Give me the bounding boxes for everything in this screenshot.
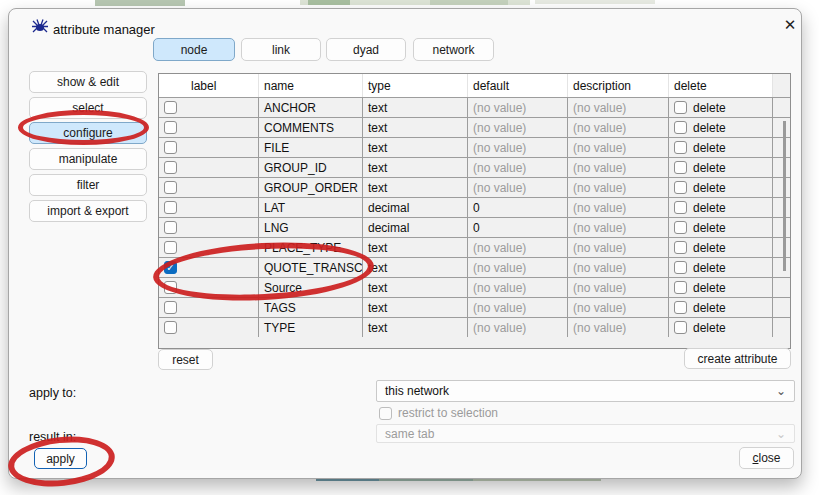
row-delete-checkbox[interactable] xyxy=(674,101,687,114)
name-cell[interactable]: COMMENTS xyxy=(259,118,363,137)
type-cell[interactable]: text xyxy=(363,98,468,117)
row-gutter xyxy=(773,218,790,237)
sidebar-item-configure[interactable]: configure xyxy=(29,122,147,144)
table-row: LAT decimal 0 (no value) delete xyxy=(159,197,790,217)
row-delete-checkbox[interactable] xyxy=(674,241,687,254)
label-cell xyxy=(159,218,259,237)
sidebar-item-show-edit[interactable]: show & edit xyxy=(29,71,147,93)
background-map-fragment xyxy=(535,0,655,4)
default-cell[interactable]: (no value) xyxy=(468,118,568,137)
apply-to-dropdown[interactable]: this network ⌄ xyxy=(376,380,795,402)
sidebar-item-import-export[interactable]: import & export xyxy=(29,200,147,222)
description-cell[interactable]: (no value) xyxy=(568,178,669,197)
row-delete-checkbox[interactable] xyxy=(674,321,687,334)
tab-network[interactable]: network xyxy=(413,38,494,61)
row-delete-checkbox[interactable] xyxy=(674,161,687,174)
name-cell[interactable]: LAT xyxy=(259,198,363,217)
apply-button[interactable]: apply xyxy=(34,448,87,469)
type-cell[interactable]: text xyxy=(363,278,468,297)
row-delete-checkbox[interactable] xyxy=(674,261,687,274)
name-cell[interactable]: PLACE_TYPE xyxy=(259,238,363,257)
description-cell[interactable]: (no value) xyxy=(568,258,669,277)
delete-cell: delete xyxy=(669,98,773,117)
row-label-checkbox[interactable] xyxy=(164,321,177,334)
default-cell[interactable]: 0 xyxy=(468,198,568,217)
row-gutter xyxy=(773,198,790,217)
row-delete-checkbox[interactable] xyxy=(674,141,687,154)
name-cell[interactable]: FILE xyxy=(259,138,363,157)
reset-button[interactable]: reset xyxy=(158,349,213,370)
type-cell[interactable]: decimal xyxy=(363,218,468,237)
row-label-checkbox[interactable]: ✓ xyxy=(164,261,177,274)
default-cell[interactable]: (no value) xyxy=(468,158,568,177)
row-delete-checkbox[interactable] xyxy=(674,181,687,194)
row-label-checkbox[interactable] xyxy=(164,301,177,314)
close-icon[interactable]: ✕ xyxy=(777,12,803,38)
name-cell[interactable]: GROUP_ORDER xyxy=(259,178,363,197)
row-label-checkbox[interactable] xyxy=(164,181,177,194)
type-cell[interactable]: text xyxy=(363,158,468,177)
row-label-checkbox[interactable] xyxy=(164,161,177,174)
description-cell[interactable]: (no value) xyxy=(568,218,669,237)
delete-label: delete xyxy=(693,201,726,215)
type-cell[interactable]: text xyxy=(363,258,468,277)
description-cell[interactable]: (no value) xyxy=(568,318,669,337)
row-label-checkbox[interactable] xyxy=(164,141,177,154)
name-cell[interactable]: ANCHOR xyxy=(259,98,363,117)
row-label-checkbox[interactable] xyxy=(164,241,177,254)
description-cell[interactable]: (no value) xyxy=(568,158,669,177)
name-cell[interactable]: QUOTE_TRANSCR... xyxy=(259,258,363,277)
default-cell[interactable]: (no value) xyxy=(468,138,568,157)
default-cell[interactable]: (no value) xyxy=(468,178,568,197)
description-cell[interactable]: (no value) xyxy=(568,238,669,257)
name-cell[interactable]: TAGS xyxy=(259,298,363,317)
table-header-row: label name type default description dele… xyxy=(159,74,790,97)
description-cell[interactable]: (no value) xyxy=(568,98,669,117)
tab-dyad[interactable]: dyad xyxy=(326,38,406,61)
description-cell[interactable]: (no value) xyxy=(568,138,669,157)
default-cell[interactable]: (no value) xyxy=(468,298,568,317)
name-cell[interactable]: GROUP_ID xyxy=(259,158,363,177)
type-cell[interactable]: text xyxy=(363,238,468,257)
description-cell[interactable]: (no value) xyxy=(568,198,669,217)
default-cell[interactable]: (no value) xyxy=(468,238,568,257)
row-delete-checkbox[interactable] xyxy=(674,201,687,214)
type-cell[interactable]: text xyxy=(363,298,468,317)
row-label-checkbox[interactable] xyxy=(164,201,177,214)
row-delete-checkbox[interactable] xyxy=(674,281,687,294)
row-delete-checkbox[interactable] xyxy=(674,301,687,314)
row-label-checkbox[interactable] xyxy=(164,281,177,294)
type-cell[interactable]: text xyxy=(363,138,468,157)
row-gutter xyxy=(773,298,790,317)
type-cell[interactable]: text xyxy=(363,178,468,197)
sidebar-item-filter[interactable]: filter xyxy=(29,174,147,196)
default-cell[interactable]: (no value) xyxy=(468,258,568,277)
result-in-dropdown[interactable]: same tab ⌄ xyxy=(376,424,795,443)
close-button[interactable]: close xyxy=(739,447,794,469)
vertical-scrollbar[interactable] xyxy=(783,121,786,271)
description-cell[interactable]: (no value) xyxy=(568,298,669,317)
description-cell[interactable]: (no value) xyxy=(568,118,669,137)
row-delete-checkbox[interactable] xyxy=(674,121,687,134)
default-cell[interactable]: (no value) xyxy=(468,98,568,117)
name-cell[interactable]: LNG xyxy=(259,218,363,237)
name-cell[interactable]: TYPE xyxy=(259,318,363,337)
restrict-to-selection-checkbox[interactable] xyxy=(379,407,392,420)
default-cell[interactable]: (no value) xyxy=(468,278,568,297)
type-cell[interactable]: text xyxy=(363,118,468,137)
default-cell[interactable]: 0 xyxy=(468,218,568,237)
tab-link[interactable]: link xyxy=(241,38,321,61)
type-cell[interactable]: decimal xyxy=(363,198,468,217)
default-cell[interactable]: (no value) xyxy=(468,318,568,337)
tab-node[interactable]: node xyxy=(153,38,235,61)
sidebar-item-select[interactable]: select xyxy=(29,97,147,119)
create-attribute-button[interactable]: create attribute xyxy=(684,348,791,369)
row-label-checkbox[interactable] xyxy=(164,221,177,234)
row-label-checkbox[interactable] xyxy=(164,101,177,114)
sidebar-item-manipulate[interactable]: manipulate xyxy=(29,148,147,170)
row-label-checkbox[interactable] xyxy=(164,121,177,134)
type-cell[interactable]: text xyxy=(363,318,468,337)
description-cell[interactable]: (no value) xyxy=(568,278,669,297)
name-cell[interactable]: Source xyxy=(259,278,363,297)
row-delete-checkbox[interactable] xyxy=(674,221,687,234)
